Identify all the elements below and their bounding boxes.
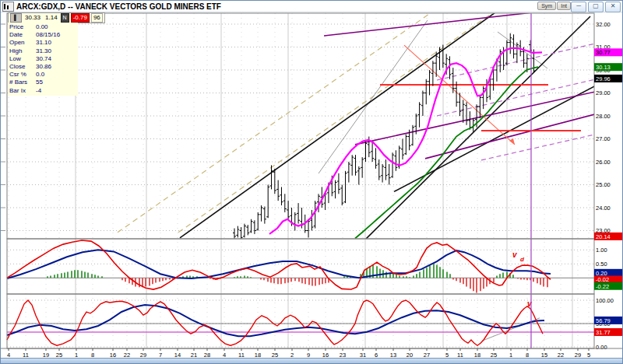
svg-text:20.14: 20.14 <box>596 233 611 240</box>
stoch-annotation: v <box>527 299 533 308</box>
info-row: Price0.00 <box>9 23 76 31</box>
quote-bar: ▌ 30.33 1.14 N -0.79 96 <box>8 12 105 23</box>
price-panel <box>118 12 595 239</box>
price-badge-ma-fast-value: 30.77 <box>594 48 622 56</box>
macd-panel: vd <box>7 240 594 292</box>
price-badge-stoch-fast-value: 31.77 <box>594 328 622 336</box>
price-badge-last-price: 29.96 <box>594 75 622 82</box>
data-window-panel: Price0.00Date08/15/16Open31.10High31.30L… <box>8 23 78 96</box>
info-row: High31.30 <box>9 47 76 55</box>
info-row: # Bars55 <box>9 79 76 86</box>
info-row: Csr %0.0 <box>9 71 76 79</box>
quote-change-badge: -0.79 <box>71 13 90 23</box>
quote-flag: N <box>61 13 69 23</box>
black-trendline <box>366 16 590 239</box>
purple-trendline <box>425 114 595 159</box>
price-badge-macd-signal-value: 0.20 <box>594 269 622 277</box>
svg-text:32.00: 32.00 <box>596 21 611 28</box>
svg-text:30.77: 30.77 <box>596 49 611 56</box>
info-row: Bar Ix-4 <box>9 87 76 95</box>
quote-last: 30.33 <box>23 14 42 22</box>
grid-lines <box>1 13 594 348</box>
red-arrow-icon <box>509 138 515 145</box>
black-trendline <box>180 12 503 238</box>
price-badge-ma-slow-value: 30.13 <box>594 63 622 71</box>
svg-text:-0.22: -0.22 <box>596 283 609 290</box>
maximize-button[interactable]: ▢ <box>588 2 604 12</box>
stoch-frame <box>7 294 594 348</box>
svg-text:56.79: 56.79 <box>596 317 611 324</box>
quote-symbol-icon: ▌ <box>10 13 22 23</box>
stochrsi-slow-line <box>7 305 544 336</box>
purple-trendline <box>355 92 595 145</box>
price-badge-support-level: 20.14 <box>594 233 622 240</box>
svg-text:31.77: 31.77 <box>596 329 611 336</box>
macd-line <box>7 240 551 289</box>
price-badge-stoch-slow-value: 56.79 <box>594 317 622 324</box>
macd-annotation: d <box>520 256 525 263</box>
stochrsi-fast-line <box>7 300 543 345</box>
svg-text:29.00: 29.00 <box>596 89 611 96</box>
svg-text:0.00: 0.00 <box>596 344 607 351</box>
info-row: Low30.74 <box>9 55 76 63</box>
stochrsi-panel: v <box>7 299 594 345</box>
info-row: Date08/15/16 <box>9 31 76 39</box>
window-title: ARCX:GDX,D -- VANECK VECTORS GOLD MINERS… <box>16 2 221 11</box>
close-button[interactable]: ✕ <box>605 2 621 12</box>
chart-app-icon <box>2 2 14 12</box>
price-axis: 32.0031.0030.0029.0028.0027.0026.0025.00… <box>594 21 622 351</box>
price-badge-macd-hist-value: -0.22 <box>594 282 622 290</box>
candlestick-series <box>233 33 535 240</box>
svg-text:30.13: 30.13 <box>596 64 611 71</box>
svg-text:100.00: 100.00 <box>596 297 614 304</box>
window-bottom-edge <box>1 358 622 363</box>
quote-count: 96 <box>91 13 103 23</box>
svg-text:0.50: 0.50 <box>596 261 607 268</box>
tan-dashed-trendline <box>118 12 437 233</box>
svg-text:26.00: 26.00 <box>596 159 611 166</box>
quote-value2: 1.14 <box>44 14 59 22</box>
price-chart-canvas[interactable]: vdv32.0031.0030.0029.0028.0027.0026.0025… <box>1 12 623 364</box>
chart-window: ARCX:GDX,D -- VANECK VECTORS GOLD MINERS… <box>0 0 623 364</box>
interval-button[interactable]: Int <box>557 2 571 10</box>
gray-trendline <box>319 20 428 173</box>
svg-text:24.00: 24.00 <box>596 205 611 212</box>
lavender-dashed-trendline <box>437 44 595 80</box>
svg-text:27.00: 27.00 <box>596 135 611 142</box>
svg-text:25.00: 25.00 <box>596 181 611 188</box>
symbol-button[interactable]: Sym <box>537 2 556 10</box>
svg-text:29.96: 29.96 <box>596 75 611 82</box>
minimize-button[interactable]: ─ <box>571 2 586 12</box>
lavender-dashed-trendline <box>481 135 595 160</box>
info-row: Close30.86 <box>9 63 76 71</box>
svg-text:1.00: 1.00 <box>596 247 607 254</box>
title-bar[interactable]: ARCX:GDX,D -- VANECK VECTORS GOLD MINERS… <box>1 1 622 12</box>
info-row: Open31.10 <box>9 39 76 47</box>
purple-trendline <box>324 12 547 36</box>
svg-text:28.00: 28.00 <box>596 113 611 120</box>
macd-annotation: v <box>512 250 518 259</box>
